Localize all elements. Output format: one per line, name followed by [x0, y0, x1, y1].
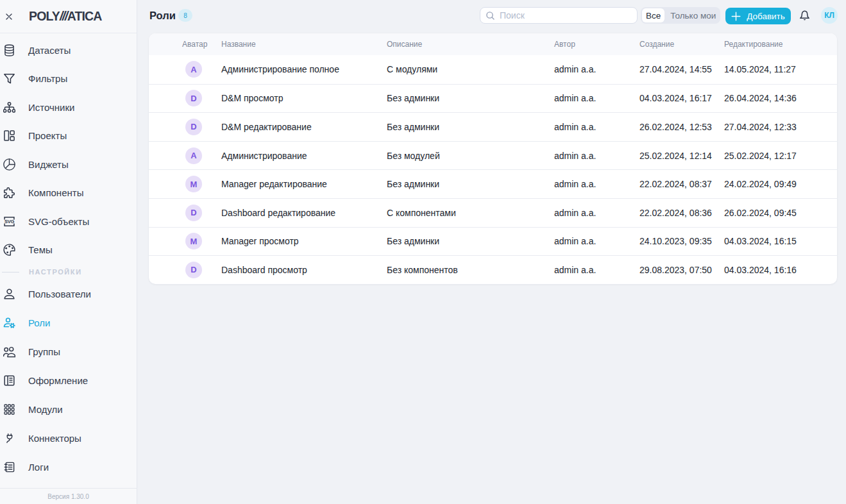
- svg-text:SVG: SVG: [4, 219, 15, 224]
